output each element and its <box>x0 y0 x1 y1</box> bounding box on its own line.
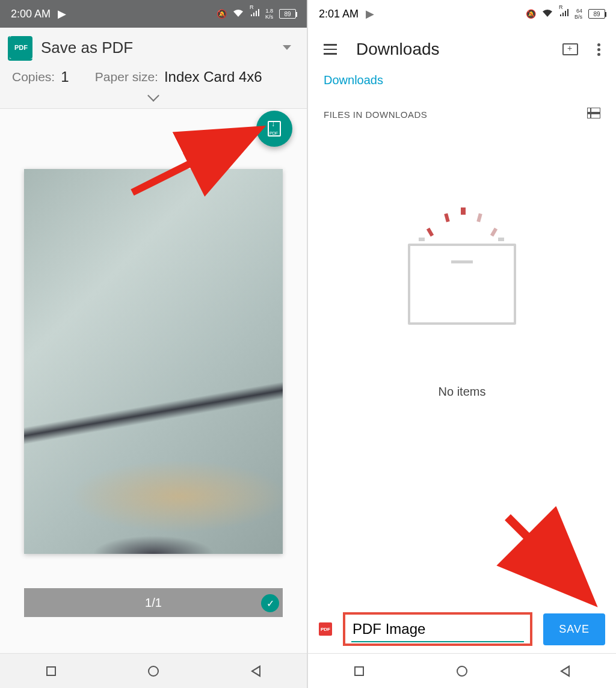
save-button[interactable]: SAVE <box>543 613 605 645</box>
empty-box-icon <box>408 244 516 325</box>
statusbar: 2:01 AM ▶ 🔕 R 64B/s 89 <box>308 0 616 28</box>
mute-icon: 🔕 <box>526 9 536 19</box>
statusbar: 2:00 AM ▶ 🔕 R 1.8K/s 89 <box>0 0 307 28</box>
svg-rect-1 <box>587 108 600 112</box>
pdf-file-icon: PDF <box>319 622 332 636</box>
appbar-title: Downloads <box>356 40 543 59</box>
empty-text: No items <box>439 385 486 399</box>
home-button[interactable] <box>457 666 467 677</box>
play-store-icon: ▶ <box>366 7 374 20</box>
recents-button[interactable] <box>354 666 364 676</box>
copies-value[interactable]: 1 <box>61 69 69 85</box>
play-store-icon: ▶ <box>58 7 66 20</box>
recents-button[interactable] <box>46 666 56 676</box>
annotation-arrow <box>496 505 604 616</box>
statusbar-time: 2:00 AM <box>11 8 51 20</box>
sparkle-decoration <box>408 201 516 244</box>
back-button[interactable] <box>251 665 260 677</box>
annotation-arrow <box>120 126 271 207</box>
signal-icon: R <box>250 9 259 19</box>
battery-icon: 89 <box>588 9 605 19</box>
svg-line-4 <box>508 517 580 589</box>
more-options-button[interactable] <box>597 43 600 56</box>
print-target-label: Save as PDF <box>41 38 274 57</box>
battery-icon: 89 <box>279 9 296 19</box>
files-section-header: FILES IN DOWNLOADS <box>308 99 616 129</box>
filename-input[interactable] <box>351 617 524 642</box>
new-folder-button[interactable] <box>562 43 578 55</box>
svg-rect-2 <box>587 114 600 118</box>
svg-line-0 <box>132 135 247 192</box>
copies-label: Copies: <box>12 70 55 84</box>
menu-button[interactable] <box>324 44 337 55</box>
page-counter: 1/1 <box>24 588 283 617</box>
filename-highlight-box <box>343 612 532 646</box>
back-button[interactable] <box>560 665 570 677</box>
chevron-down-icon <box>147 90 159 102</box>
expand-options-button[interactable] <box>0 89 307 102</box>
file-picker-screen: 2:01 AM ▶ 🔕 R 64B/s 89 Downloads Downloa… <box>308 0 616 688</box>
mute-icon: 🔕 <box>217 9 227 19</box>
home-button[interactable] <box>148 666 159 677</box>
navigation-bar <box>308 653 616 688</box>
wifi-icon <box>233 9 244 19</box>
paper-size-value[interactable]: Index Card 4x6 <box>164 69 262 85</box>
dropdown-arrow-icon <box>283 45 291 50</box>
section-label: FILES IN DOWNLOADS <box>324 109 427 120</box>
print-preview-screen: 2:00 AM ▶ 🔕 R 1.8K/s 89 PDF Save as PDF … <box>0 0 308 688</box>
page-preview[interactable] <box>24 169 283 554</box>
breadcrumb[interactable]: Downloads <box>308 71 616 99</box>
wifi-icon <box>542 9 553 19</box>
page-selected-check-icon[interactable]: ✓ <box>261 594 279 612</box>
print-options-panel: PDF Save as PDF Copies: 1 Paper size: In… <box>0 28 307 109</box>
data-rate: 1.8K/s <box>265 8 273 20</box>
pdf-icon: PDF <box>10 36 32 59</box>
data-rate: 64B/s <box>574 8 582 20</box>
print-target-dropdown[interactable]: PDF Save as PDF <box>0 28 307 65</box>
paper-size-label: Paper size: <box>95 70 158 84</box>
signal-icon: R <box>559 9 568 19</box>
navigation-bar <box>0 653 307 688</box>
view-toggle-button[interactable] <box>587 108 600 121</box>
statusbar-time: 2:01 AM <box>319 8 359 20</box>
appbar: Downloads <box>308 28 616 71</box>
